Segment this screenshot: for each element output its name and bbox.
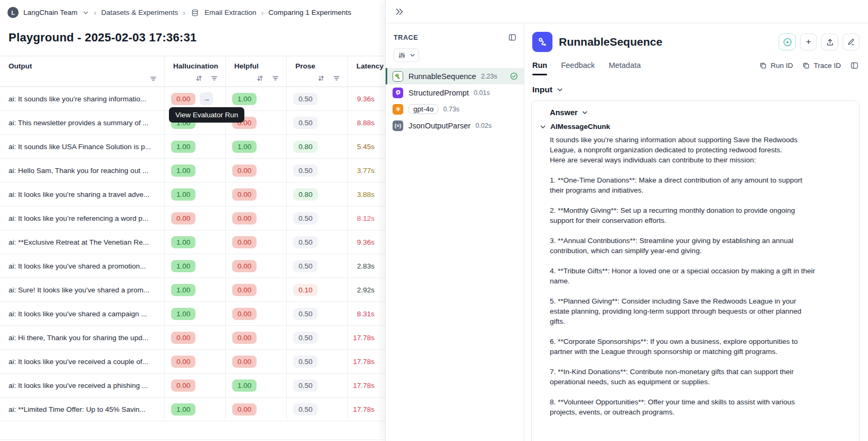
table-row[interactable]: ai: Sure! It looks like you've shared a … [0,278,385,302]
filter-icon[interactable] [210,75,219,82]
column-header-helpful[interactable]: Helpful [226,56,287,87]
helpful-score-badge[interactable]: 0.00 [232,284,257,296]
helpful-score-badge[interactable]: 0.00 [232,332,257,344]
panel-layout-icon[interactable] [507,32,517,42]
breadcrumb-datasets[interactable]: Datasets & Experiments [101,8,178,16]
tab-metadata[interactable]: Metadata [609,61,641,75]
tab-feedback[interactable]: Feedback [561,61,595,75]
table-row[interactable]: ai: Hi there, Thank you for sharing the … [0,326,385,350]
copy-run-id-button[interactable]: Run ID [759,61,793,70]
hallucination-score-badge[interactable]: 1.00 [171,188,195,201]
team-avatar[interactable]: L [7,7,19,18]
share-button[interactable] [821,33,838,50]
helpful-score-badge[interactable]: 0.00 [232,165,257,177]
helpful-score-badge[interactable]: 0.00 [232,308,257,320]
chevron-down-icon[interactable] [82,10,89,15]
panel-layout-icon[interactable] [849,60,860,71]
prose-score-badge[interactable]: 0.50 [293,332,318,344]
output-cell[interactable]: ai: Hello Sam, Thank you for reaching ou… [0,159,165,182]
output-cell[interactable]: ai: It looks like you've received a phis… [0,374,165,397]
filter-icon[interactable] [271,75,280,82]
prose-score-badge[interactable]: 0.50 [293,212,318,224]
hallucination-score-badge[interactable]: 0.00 [171,93,195,105]
column-header-prose[interactable]: Prose [287,56,348,87]
prose-score-badge[interactable]: 0.50 [293,308,318,320]
filter-icon[interactable] [149,75,158,82]
helpful-score-badge[interactable]: 0.00 [232,188,257,201]
prose-score-badge[interactable]: 0.50 [293,260,318,272]
hallucination-score-badge[interactable]: 1.00 [171,141,195,153]
trace-tree-item[interactable]: RunnableSequence 2.23s [386,68,524,84]
input-section-toggle[interactable]: Input [532,85,868,94]
output-cell[interactable]: ai: It looks like you've shared a promot… [0,254,165,278]
table-row[interactable]: ai: It looks like you're sharing a trave… [0,183,385,206]
table-row[interactable]: ai: It looks like you've shared a promot… [0,254,385,278]
table-row[interactable]: ai: It looks like you've shared a campai… [0,302,385,326]
output-cell[interactable]: ai: It looks like you’re referencing a w… [0,206,165,230]
hallucination-score-badge[interactable]: 0.00 [171,379,195,392]
view-evaluator-run-button[interactable]: → [200,92,213,105]
prose-score-badge[interactable]: 0.80 [293,141,318,153]
helpful-score-badge[interactable]: 0.00 [232,356,257,368]
helpful-score-badge[interactable]: 1.00 [232,379,257,392]
helpful-score-badge[interactable]: 0.00 [232,212,257,224]
trace-tree-item[interactable]: StructuredPrompt 0.01s [386,84,524,101]
output-cell[interactable]: ai: **Exclusive Retreat at The Venetian … [0,230,165,254]
hallucination-score-badge[interactable]: 1.00 [171,165,195,177]
hallucination-score-badge[interactable]: 1.00 [171,308,195,320]
prose-score-badge[interactable]: 0.10 [293,284,318,296]
helpful-score-badge[interactable]: 1.00 [232,93,257,105]
prose-score-badge[interactable]: 0.50 [293,379,318,392]
hallucination-score-badge[interactable]: 1.00 [171,284,195,296]
copy-trace-id-button[interactable]: Trace ID [802,61,841,70]
helpful-score-badge[interactable]: 0.00 [232,260,257,272]
column-header-latency[interactable]: Latency [348,56,385,87]
output-cell[interactable]: ai: It looks like you've shared a campai… [0,302,165,325]
output-cell[interactable]: ai: It looks like you've received a coup… [0,350,165,373]
helpful-score-badge[interactable]: 0.00 [232,236,257,248]
breadcrumb-dataset[interactable]: Email Extraction [205,8,257,16]
prose-score-badge[interactable]: 0.50 [293,356,318,368]
hallucination-score-badge[interactable]: 1.00 [171,236,195,248]
prose-score-badge[interactable]: 0.50 [293,93,318,105]
answer-toggle[interactable]: Answer [550,108,859,117]
sort-icon[interactable] [256,74,265,82]
breadcrumb-team[interactable]: LangChain Team [23,8,78,16]
playground-run-button[interactable] [779,33,796,50]
hallucination-score-badge[interactable]: 0.00 [171,332,195,344]
helpful-score-badge[interactable]: 0.00 [232,403,257,416]
sort-icon[interactable] [194,74,203,82]
prose-score-badge[interactable]: 0.80 [293,188,318,201]
output-cell[interactable]: ai: Hi there, Thank you for sharing the … [0,326,165,349]
prose-score-badge[interactable]: 0.50 [293,236,318,248]
table-row[interactable]: ai: **Limited Time Offer: Up to 45% Savi… [0,397,385,421]
tab-run[interactable]: Run [532,61,547,75]
hallucination-score-badge[interactable]: 0.00 [171,356,195,368]
collapse-pane-icon[interactable] [394,7,405,16]
add-button[interactable]: + [800,33,817,50]
hallucination-score-badge[interactable]: 1.00 [171,403,195,416]
column-header-output[interactable]: Output [0,56,165,87]
trace-filter-dropdown[interactable] [394,48,419,62]
message-chunk-toggle[interactable]: AIMessageChunk [539,123,859,131]
output-cell[interactable]: ai: It sounds like you're sharing inform… [0,87,165,110]
output-cell[interactable]: ai: This newsletter provides a summary o… [0,111,165,134]
filter-icon[interactable] [332,75,341,82]
output-cell[interactable]: ai: It sounds like USA Finance Solution … [0,135,165,158]
table-row[interactable]: ai: **Exclusive Retreat at The Venetian … [0,230,385,254]
prose-score-badge[interactable]: 0.50 [293,117,318,129]
output-cell[interactable]: ai: It looks like you're sharing a trave… [0,183,165,206]
trace-tree-item[interactable]: gpt-4o 0.73s [386,101,524,117]
hallucination-score-badge[interactable]: 1.00 [171,260,195,272]
output-cell[interactable]: ai: Sure! It looks like you've shared a … [0,278,165,301]
table-row[interactable]: ai: It sounds like USA Finance Solution … [0,135,385,159]
table-row[interactable]: ai: Hello Sam, Thank you for reaching ou… [0,159,385,183]
table-row[interactable]: ai: It looks like you've received a phis… [0,374,385,397]
hallucination-score-badge[interactable]: 0.00 [171,212,195,224]
trace-tree-item[interactable]: {×} JsonOutputParser 0.02s [386,117,524,134]
prose-score-badge[interactable]: 0.50 [293,403,318,416]
prose-score-badge[interactable]: 0.50 [293,165,318,177]
sort-icon[interactable] [317,74,326,82]
edit-button[interactable] [843,33,860,50]
output-cell[interactable]: ai: **Limited Time Offer: Up to 45% Savi… [0,397,165,421]
